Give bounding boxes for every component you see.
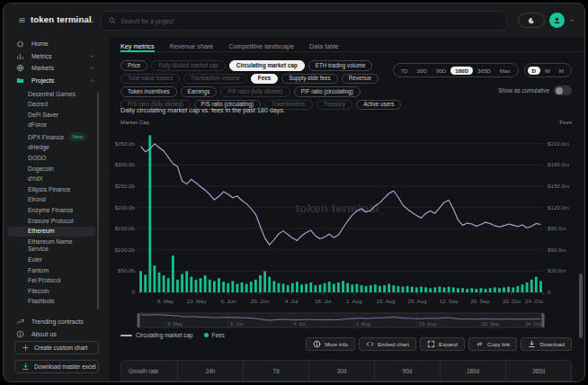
filter-revenue[interactable]: Revenue <box>342 74 379 85</box>
search-input[interactable]: Search for a project <box>101 11 507 31</box>
time-scrubber[interactable]: 9. May6. Jun4. Jul1. Aug29. Aug26. Sep24… <box>113 311 583 331</box>
main-scrollbar[interactable] <box>579 273 583 338</box>
growth-col-30d: 30d <box>308 361 374 381</box>
filter-p-f-ratio-fully-diluted[interactable]: P/F ratio (fully diluted) <box>220 86 290 97</box>
toggle-knob <box>556 87 563 94</box>
filter-circulating-market-cap[interactable]: Circulating market cap <box>229 60 305 71</box>
project-item-dhedge[interactable]: dHedge <box>4 143 99 154</box>
projects-list: Decentral GamesDecredDeFi SaverdForceDPX… <box>4 89 99 307</box>
metric-filters: PriceFully diluted market capCirculating… <box>120 60 428 110</box>
expand-button[interactable]: Expand <box>420 337 465 351</box>
project-item-dodo[interactable]: DODO <box>4 154 99 165</box>
filter-fully-diluted-market-cap[interactable]: Fully diluted market cap <box>151 60 226 71</box>
download-button[interactable]: Download <box>521 337 572 351</box>
logo-dot: . <box>92 14 94 24</box>
project-item-euler[interactable]: Euler <box>4 255 99 266</box>
filter-p-f-ratio-circulating[interactable]: P/F ratio (circulating) <box>294 86 361 97</box>
filter-active-users[interactable]: Active users <box>356 100 401 111</box>
sidebar-item-markets[interactable]: Markets <box>4 62 110 75</box>
granularity-w[interactable]: W <box>540 67 555 75</box>
project-item-ethereum-name-service[interactable]: Ethereum Name Service <box>4 237 99 255</box>
growth-col-24h: 24h <box>177 361 243 381</box>
svg-text:18. Jul: 18. Jul <box>315 298 331 304</box>
project-item-flashbots[interactable]: Flashbots <box>4 297 99 308</box>
chevron-down-icon[interactable] <box>569 17 575 23</box>
range-365d[interactable]: 365D <box>473 67 495 75</box>
svg-text:9. May: 9. May <box>157 298 174 304</box>
filter-transaction-volume[interactable]: Transaction volume <box>183 74 247 85</box>
range-90d[interactable]: 90D <box>432 67 450 75</box>
project-item-decred[interactable]: Decred <box>4 100 99 111</box>
more-info-button[interactable]: More info <box>306 337 355 351</box>
project-item-dydx[interactable]: dYdX <box>4 175 99 185</box>
sidebar-item-home[interactable]: Home <box>4 38 110 50</box>
cumulative-toggle[interactable] <box>554 85 572 95</box>
app-window: token terminal. Search for a project <box>3 3 585 382</box>
granularity-m[interactable]: M <box>555 67 568 75</box>
sidebar-item-about-us[interactable]: About us <box>4 327 110 340</box>
project-item-ethereum[interactable]: Ethereum <box>7 227 95 237</box>
copy-link-button[interactable]: Copy link <box>468 337 517 351</box>
svg-text:9. May: 9. May <box>167 321 183 327</box>
tab-key-metrics[interactable]: Key metrics <box>120 38 155 52</box>
project-item-dpx-finance[interactable]: DPX FinanceNew <box>4 130 99 143</box>
main-chart[interactable]: $350.0b$300.0b$250.0b$200.0b$150.0b$100.… <box>113 126 583 309</box>
svg-text:29. Aug: 29. Aug <box>419 321 436 327</box>
sidebar-item-label: About us <box>31 331 110 337</box>
tab-revenue-share[interactable]: Revenue share <box>170 38 214 52</box>
project-item-enzyme-finance[interactable]: Enzyme Finance <box>4 206 99 217</box>
range-max[interactable]: Max <box>495 67 515 75</box>
filter-supply-side-fees[interactable]: Supply-side fees <box>281 74 338 85</box>
filter-token-incentives[interactable]: Token incentives <box>120 86 177 97</box>
legend-fees[interactable]: Fees <box>204 332 225 338</box>
app-logo[interactable]: token terminal. <box>31 14 94 24</box>
filter-total-value-locked[interactable]: Total value locked <box>120 74 180 85</box>
svg-text:$350.0b: $350.0b <box>115 140 136 147</box>
project-item-ellipsis-finance[interactable]: Ellipsis Finance <box>4 184 99 195</box>
search-placeholder: Search for a project <box>120 18 174 24</box>
svg-text:$300.0b: $300.0b <box>115 161 136 167</box>
growth-table-header: Growth rate24h7d30d90d180d365d <box>121 361 571 381</box>
download-master-excel-button[interactable]: Download master excel <box>14 360 99 373</box>
sidebar-item-projects[interactable]: Projects <box>4 75 110 87</box>
project-item-elrond[interactable]: Elrond <box>4 195 99 206</box>
range-180d[interactable]: 180D <box>450 67 473 75</box>
right-axis-label: Fees <box>559 119 572 125</box>
sidebar-item-metrics[interactable]: Metrics <box>4 50 110 63</box>
project-item-dforce[interactable]: dForce <box>4 121 99 131</box>
sidebar-scrollbar[interactable] <box>97 92 99 309</box>
info-icon <box>313 340 321 348</box>
range-7d[interactable]: 7D <box>396 67 413 75</box>
filter-treasury[interactable]: Treasury <box>316 100 353 111</box>
create-custom-chart-button[interactable]: Create custom chart <box>14 341 99 354</box>
avatar[interactable] <box>549 13 565 28</box>
project-item-filecoin[interactable]: Filecoin <box>4 286 99 297</box>
project-item-decentral-games[interactable]: Decentral Games <box>4 89 99 100</box>
menu-icon[interactable] <box>18 16 26 24</box>
filter-earnings[interactable]: Earnings <box>181 86 218 97</box>
svg-text:15. Aug: 15. Aug <box>376 298 396 304</box>
project-item-fantom[interactable]: Fantom <box>4 265 99 276</box>
filter-eth-trading-volume[interactable]: ETH trading volume <box>308 60 373 71</box>
sidebar-item-trending-contracts[interactable]: Trending contracts <box>4 315 110 327</box>
project-item-fei-protocol[interactable]: Fei Protocol <box>4 276 99 287</box>
embed-chart-button[interactable]: Embed chart <box>359 337 416 351</box>
granularity-d[interactable]: D <box>528 67 540 75</box>
project-item-erasure-protocol[interactable]: Erasure Protocol <box>4 216 99 227</box>
svg-text:23. May: 23. May <box>187 298 208 304</box>
filter-fees[interactable]: Fees <box>251 74 278 85</box>
info-icon <box>16 330 24 338</box>
theme-toggle[interactable] <box>518 13 545 28</box>
svg-text:$60.0m: $60.0m <box>548 246 566 253</box>
markets-icon <box>16 64 24 72</box>
project-item-dogecoin[interactable]: Dogecoin <box>4 164 99 175</box>
legend-circulating-market-cap[interactable]: Circulating market cap <box>120 332 193 338</box>
project-item-defi-saver[interactable]: DeFi Saver <box>4 110 99 121</box>
tab-data-table[interactable]: Data table <box>309 38 339 52</box>
sidebar-item-label: Projects <box>31 77 89 84</box>
range-30d[interactable]: 30D <box>413 67 432 75</box>
svg-text:4. Jul: 4. Jul <box>293 321 305 327</box>
tab-competitive-landscape[interactable]: Competitive landscape <box>228 38 294 52</box>
chart-actions: More infoEmbed chartExpandCopy linkDownl… <box>306 337 572 351</box>
filter-price[interactable]: Price <box>120 60 147 71</box>
